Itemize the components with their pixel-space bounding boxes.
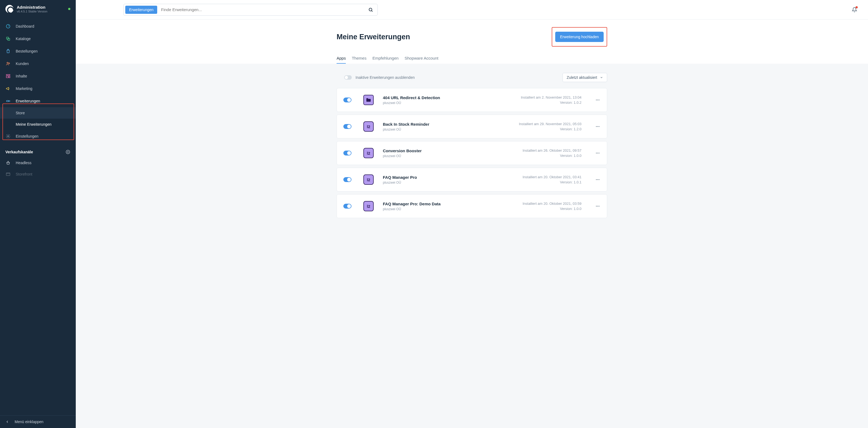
svg-point-22	[596, 100, 597, 101]
search-input[interactable]	[159, 4, 364, 16]
extension-more-button[interactable]	[595, 203, 600, 209]
nav-subitem-store[interactable]: Store	[0, 107, 76, 119]
extension-more-button[interactable]	[595, 97, 600, 103]
channels-section-header: Verkaufskanäle	[0, 142, 76, 157]
tab-shopware-account[interactable]: Shopware Account	[404, 56, 438, 64]
svg-rect-7	[6, 76, 8, 78]
nav-item-dashboard[interactable]: Dashboard	[0, 20, 76, 32]
extension-meta: Installiert am 29. November 2021, 05:03 …	[519, 121, 582, 132]
extension-more-button[interactable]	[595, 150, 600, 156]
nav-item-kunden[interactable]: Kunden	[0, 57, 76, 70]
extension-list: 404 URL Redirect & Detection pluszwei OÜ…	[337, 88, 607, 218]
svg-point-34	[596, 206, 597, 207]
notification-badge-icon	[856, 6, 858, 8]
svg-point-24	[599, 100, 599, 101]
gear-icon	[5, 134, 11, 139]
extension-title: Conversion Booster	[383, 148, 523, 153]
extension-installed-date: Installiert am 2. November 2021, 13:04	[521, 95, 582, 100]
extension-more-button[interactable]	[595, 177, 600, 182]
add-channel-icon[interactable]	[65, 149, 70, 154]
main-nav: DashboardKatalogeBestellungenKundenInhal…	[0, 17, 76, 142]
brand-logo-icon	[5, 5, 13, 13]
upload-extension-button[interactable]: Erweiterung hochladen	[555, 32, 603, 42]
plug-icon	[5, 98, 11, 104]
extension-installed-date: Installiert am 20. Oktober 2021, 03:41	[523, 174, 582, 180]
extension-meta: Installiert am 2. November 2021, 13:04 V…	[521, 95, 582, 105]
chevron-left-icon	[5, 419, 10, 424]
extension-card: l2 FAQ Manager Pro: Demo Data pluszwei O…	[337, 194, 607, 218]
search-bar: Erweiterungen	[123, 4, 378, 16]
nav-item-erweiterungen[interactable]: Erweiterungen	[0, 95, 76, 107]
tab-apps[interactable]: Apps	[337, 56, 346, 64]
extension-card: 404 URL Redirect & Detection pluszwei OÜ…	[337, 88, 607, 112]
extension-icon: l2	[363, 148, 374, 158]
search-icon[interactable]	[364, 7, 377, 12]
nav-item-einstellungen[interactable]: Einstellungen	[0, 130, 76, 142]
sidebar-header: Administration v6.4.5.1 Stable Version	[0, 0, 76, 17]
extension-version: Version: 1.0.1	[523, 179, 582, 185]
nav-item-label: Erweiterungen	[16, 99, 40, 103]
nav-item-label: Einstellungen	[16, 134, 38, 138]
nav-item-inhalte[interactable]: Inhalte	[0, 70, 76, 82]
nav-item-label: Inhalte	[16, 74, 27, 78]
channel-item-headless[interactable]: Headless	[0, 157, 76, 169]
svg-point-26	[597, 126, 598, 127]
extension-card: l2 Back In Stock Reminder pluszwei OÜ In…	[337, 115, 607, 138]
page-content: Meine Erweiterungen Erweiterung hochlade…	[76, 20, 868, 428]
extension-toggle[interactable]	[343, 177, 351, 182]
extension-vendor: pluszwei OÜ	[383, 127, 519, 132]
nav-subitem-meine-erweiterungen[interactable]: Meine Erweiterungen	[0, 119, 76, 130]
extension-version: Version: 1.2.0	[519, 126, 582, 132]
svg-point-36	[599, 206, 599, 207]
channels-label: Verkaufskanäle	[5, 150, 33, 154]
nav-item-marketing[interactable]: Marketing	[0, 82, 76, 95]
svg-point-20	[369, 8, 372, 11]
tabs: AppsThemesEmpfehlungenShopware Account	[337, 56, 607, 64]
copy-icon	[5, 36, 11, 41]
users-icon	[5, 61, 11, 66]
nav-item-kataloge[interactable]: Kataloge	[0, 32, 76, 45]
svg-rect-8	[9, 76, 10, 78]
brand-subtitle: v6.4.5.1 Stable Version	[17, 10, 48, 13]
collapse-menu-button[interactable]: Menü einklappen	[0, 415, 76, 428]
tab-empfehlungen[interactable]: Empfehlungen	[372, 56, 399, 64]
sort-label: Zuletzt aktualisiert	[566, 75, 597, 80]
sort-select[interactable]: Zuletzt aktualisiert	[562, 73, 607, 82]
extension-title: FAQ Manager Pro: Demo Data	[383, 202, 523, 206]
channels-list: HeadlessStorefront	[0, 157, 76, 182]
extension-title: Back In Stock Reminder	[383, 122, 519, 126]
svg-point-14	[7, 136, 9, 137]
sidebar: Administration v6.4.5.1 Stable Version D…	[0, 0, 76, 428]
svg-line-1	[8, 25, 9, 26]
extension-vendor: pluszwei OÜ	[383, 181, 523, 184]
extension-installed-date: Installiert am 20. Oktober 2021, 03:59	[523, 201, 582, 206]
svg-point-33	[599, 179, 599, 180]
nav-item-bestellungen[interactable]: Bestellungen	[0, 45, 76, 57]
layout-icon	[5, 74, 11, 79]
extension-title: 404 URL Redirect & Detection	[383, 95, 521, 100]
browser-icon	[5, 171, 11, 177]
extension-card: l2 FAQ Manager Pro pluszwei OÜ Installie…	[337, 168, 607, 192]
extension-more-button[interactable]	[595, 124, 600, 129]
nav-item-label: Kataloge	[16, 36, 31, 41]
channel-item-storefront[interactable]: Storefront	[0, 169, 76, 180]
svg-point-29	[597, 153, 598, 153]
extension-toggle[interactable]	[343, 151, 351, 155]
svg-rect-6	[6, 75, 10, 75]
extension-toggle[interactable]	[343, 97, 351, 103]
extension-icon: l2	[363, 201, 374, 211]
megaphone-icon	[5, 86, 11, 91]
notifications-button[interactable]	[852, 7, 857, 12]
search-scope-button[interactable]: Erweiterungen	[125, 6, 157, 14]
extension-card: l2 Conversion Booster pluszwei OÜ Instal…	[337, 141, 607, 165]
extension-meta: Installiert am 26. Oktober 2021, 09:57 V…	[523, 148, 582, 159]
extension-toggle[interactable]	[343, 204, 351, 208]
hide-inactive-toggle[interactable]: Inaktive Erweiterungen ausblenden	[337, 75, 415, 80]
bag-icon	[5, 49, 11, 54]
svg-point-30	[599, 153, 599, 153]
tab-themes[interactable]: Themes	[352, 56, 366, 64]
extension-toggle[interactable]	[343, 124, 351, 129]
gauge-icon	[5, 24, 11, 29]
status-dot-icon	[68, 8, 70, 10]
topbar: Erweiterungen	[76, 0, 868, 20]
